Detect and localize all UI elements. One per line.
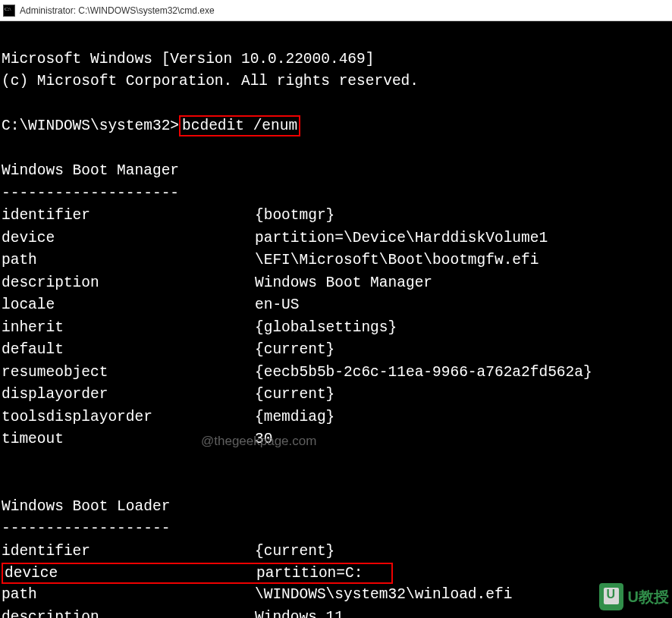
output-key: resumeobject <box>2 362 255 384</box>
output-value: {bootmgr} <box>255 205 334 227</box>
output-row: toolsdisplayorder{memdiag} <box>2 406 670 429</box>
output-row: default{current} <box>2 339 670 362</box>
output-row: displayorder{current} <box>2 384 670 406</box>
output-value: Windows Boot Manager <box>255 272 432 295</box>
output-value: {current} <box>255 384 334 406</box>
output-key: device <box>2 227 255 250</box>
watermark-text: @thegeekpage.com <box>201 434 316 449</box>
output-value: {eecb5b5b-2c6c-11ea-9966-a762a2fd562a} <box>255 362 592 384</box>
output-row: descriptionWindows 11 <box>2 607 670 619</box>
output-value: \WINDOWS\system32\winload.efi <box>255 584 512 607</box>
output-key: identifier <box>2 205 255 227</box>
output-row: path\EFI\Microsoft\Boot\bootmgfw.efi <box>2 249 670 272</box>
output-row: localeen-US <box>2 294 670 317</box>
section1-title: Windows Boot Manager <box>2 162 179 179</box>
output-row: identifier{current} <box>2 541 670 563</box>
output-value: partition=\Device\HarddiskVolume1 <box>255 227 548 250</box>
output-key: device <box>5 564 256 582</box>
output-value: {globalsettings} <box>255 317 397 340</box>
output-row: devicepartition=\Device\HarddiskVolume1 <box>2 227 670 250</box>
output-value: en-US <box>255 294 300 317</box>
banner-line-1: Microsoft Windows [Version 10.0.22000.46… <box>2 51 374 67</box>
output-value: partition=C: <box>256 564 363 582</box>
output-key: description <box>2 272 255 295</box>
output-row: resumeobject{eecb5b5b-2c6c-11ea-9966-a76… <box>2 362 670 384</box>
section1-divider: -------------------- <box>2 185 179 202</box>
logo-watermark: U教授 <box>599 583 669 610</box>
command-highlight: bcdedit /enum <box>179 115 300 136</box>
window-titlebar: Administrator: C:\WINDOWS\system32\cmd.e… <box>0 0 672 21</box>
section2-divider: ------------------- <box>2 520 170 537</box>
output-key: identifier <box>2 541 255 563</box>
command-text: bcdedit /enum <box>182 118 297 134</box>
output-row: timeout30 <box>2 428 670 451</box>
output-key: path <box>2 584 255 607</box>
output-row: descriptionWindows Boot Manager <box>2 272 670 295</box>
output-key: description <box>2 607 255 619</box>
prompt: C:\WINDOWS\system32> <box>2 118 179 134</box>
output-key: path <box>2 249 255 272</box>
banner-line-2: (c) Microsoft Corporation. All rights re… <box>2 73 419 89</box>
output-row: identifier{bootmgr} <box>2 205 670 227</box>
output-key: locale <box>2 294 255 317</box>
logo-text: U教授 <box>628 587 669 607</box>
output-value: {current} <box>255 339 334 362</box>
cmd-icon <box>3 5 15 17</box>
output-row: devicepartition=C: <box>2 563 670 584</box>
output-row: path\WINDOWS\system32\winload.efi <box>2 584 670 607</box>
output-row: inherit{globalsettings} <box>2 317 670 340</box>
output-key: displayorder <box>2 384 255 406</box>
output-key: default <box>2 339 255 362</box>
output-value: {current} <box>255 541 334 563</box>
output-value: {memdiag} <box>255 406 334 429</box>
output-value: \EFI\Microsoft\Boot\bootmgfw.efi <box>255 249 539 272</box>
output-key: toolsdisplayorder <box>2 406 255 429</box>
output-key: inherit <box>2 317 255 340</box>
section2-title: Windows Boot Loader <box>2 498 170 515</box>
logo-shield-icon <box>599 583 623 610</box>
window-title: Administrator: C:\WINDOWS\system32\cmd.e… <box>20 5 215 16</box>
terminal-output[interactable]: Microsoft Windows [Version 10.0.22000.46… <box>0 21 672 618</box>
output-value: Windows 11 <box>255 607 344 619</box>
